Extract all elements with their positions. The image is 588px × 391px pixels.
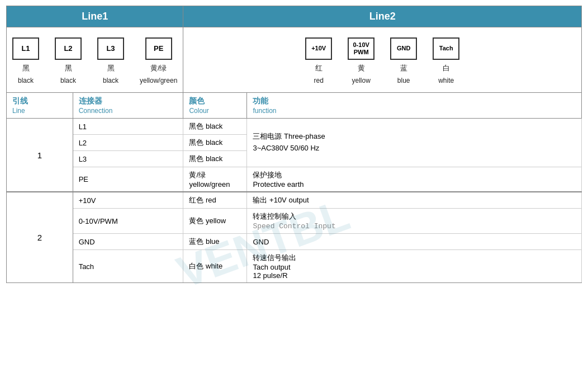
line1-diagram-cell: L1黑blackL2黑blackL3黑blackPE黄/绿yellow/gree… [7, 27, 183, 93]
connection: +10V [73, 192, 183, 209]
connector-item: L1黑black [12, 37, 39, 84]
col-header-en: function [253, 107, 276, 115]
color: 红色 red [183, 192, 247, 209]
func-cn: 转速控制输入 [253, 212, 296, 220]
color: 黄色 yellow [183, 209, 247, 234]
col-header-cn: 颜色 [189, 96, 205, 105]
color: 黑色 black [183, 135, 247, 151]
connection: Tach [73, 250, 183, 283]
col-header-cn: 引线 [12, 96, 28, 105]
header-row: Line1 Line2 [7, 6, 582, 27]
col-header-cell: 连接器Connection [73, 93, 183, 119]
col-header-cell: 颜色Colour [183, 93, 247, 119]
color: 白色 white [183, 250, 247, 283]
table-row: 1L1黑色 black三相电源 Three-phase 3~AC380V 50/… [7, 119, 582, 135]
connector-label-en: black [60, 77, 76, 84]
connector-label-cn: 红 [315, 63, 323, 73]
table-row: Tach白色 white转速信号输出 Tach output 12 pulse/… [7, 250, 582, 283]
col-header-en: Line [12, 107, 25, 115]
connector-item: L2黑black [55, 37, 82, 84]
color: 蓝色 blue [183, 234, 247, 250]
connector-label-cn: 黑 [22, 63, 30, 73]
connector-box: L3 [97, 37, 124, 60]
color: 黄/绿 yellow/green [183, 167, 247, 192]
col-header-cn: 功能 [253, 96, 268, 105]
col-header-en: Colour [189, 107, 208, 115]
connector-label-en: white [438, 77, 454, 84]
col-header-cell: 引线Line [7, 93, 73, 119]
connector-box: 0-10V PWM [348, 37, 374, 60]
connector-box: GND [390, 37, 417, 60]
col-header-cn: 连接器 [79, 96, 102, 105]
connection: 0-10V/PWM [73, 209, 183, 234]
line-number: 1 [7, 119, 73, 192]
connector-item: GND蓝blue [390, 37, 417, 84]
function: 三相电源 Three-phase 3~AC380V 50/60 Hz [247, 119, 582, 167]
connector-box: L1 [12, 37, 39, 60]
connector-label-en: yellow [352, 77, 371, 84]
function: 转速信号输出 Tach output 12 pulse/R [247, 250, 582, 283]
table-row: PE黄/绿 yellow/green保护接地 Protective earth [7, 167, 582, 192]
connection: L2 [73, 135, 183, 151]
connector-label-en: yellow/green [140, 77, 177, 84]
connector-label-en: black [18, 77, 34, 84]
function: GND [247, 234, 582, 250]
connector-item: 0-10V PWM黄yellow [348, 37, 374, 84]
connector-label-cn: 黄 [358, 63, 365, 73]
connection: GND [73, 234, 183, 250]
connector-label-cn: 黄/绿 [150, 63, 167, 73]
color: 黑色 black [183, 151, 247, 167]
col-header-en: Connection [79, 107, 113, 115]
connector-box: L2 [55, 37, 82, 60]
function: 转速控制输入Speed Control Input [247, 209, 582, 234]
connector-box: PE [145, 37, 172, 60]
line2-diagram-cell: +10V红red0-10V PWM黄yellowGND蓝blueTach白whi… [183, 27, 582, 93]
function: 输出 +10V output [247, 192, 582, 209]
function: 保护接地 Protective earth [247, 167, 582, 192]
line1-header: Line1 [7, 6, 183, 27]
connector-label-cn: 蓝 [400, 63, 407, 73]
line-number: 2 [7, 192, 73, 283]
connector-label-cn: 白 [443, 63, 450, 73]
diagram-row: L1黑blackL2黑blackL3黑blackPE黄/绿yellow/gree… [7, 27, 582, 93]
table-row: 0-10V/PWM黄色 yellow转速控制输入Speed Control In… [7, 209, 582, 234]
connector-item: PE黄/绿yellow/green [140, 37, 177, 84]
connector-item: Tach白white [433, 37, 459, 84]
main-table: Line1 Line2 L1黑blackL2黑blackL3黑blackPE黄/… [6, 6, 582, 283]
color: 黑色 black [183, 119, 247, 135]
table-row: GND蓝色 blueGND [7, 234, 582, 250]
col-header-row: 引线Line连接器Connection颜色Colour功能function [7, 93, 582, 119]
connection: L1 [73, 119, 183, 135]
connector-label-en: black [103, 77, 118, 84]
connection: L3 [73, 151, 183, 167]
connector-label-cn: 黑 [65, 63, 72, 73]
col-header-cell: 功能function [247, 93, 582, 119]
line2-header: Line2 [183, 6, 582, 27]
connector-label-cn: 黑 [107, 63, 115, 73]
func-en: Speed Control Input [253, 222, 335, 230]
connector-item: L3黑black [97, 37, 124, 84]
connector-box: Tach [433, 37, 459, 60]
connection: PE [73, 167, 183, 192]
connector-label-en: blue [397, 77, 410, 84]
connector-item: +10V红red [305, 37, 332, 84]
connector-box: +10V [305, 37, 332, 60]
table-row: 2+10V红色 red输出 +10V output [7, 192, 582, 209]
connector-label-en: red [314, 77, 324, 84]
